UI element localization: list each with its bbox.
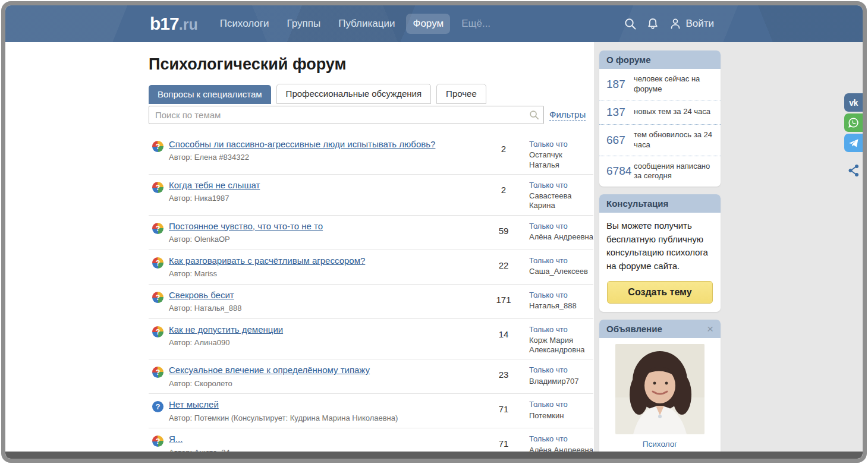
last-post-time[interactable]: Только что (529, 365, 593, 375)
last-post-user[interactable]: Потемкин (529, 411, 593, 421)
topic-title-link[interactable]: Нет мыслей (169, 399, 219, 411)
consultation-text: Вы можете получить бесплатную публичную … (599, 213, 721, 274)
topic-last-post: Только что Алёна Андреевна (529, 220, 593, 242)
topic-row: Когда тебя не слышат Автор: Ника1987 2 Т… (149, 175, 593, 216)
about-forum-stats: 187 человек сейчас на форуме 137 новых т… (599, 69, 721, 187)
last-post-time[interactable]: Только что (529, 222, 593, 231)
last-post-user[interactable]: Савастеева Карина (529, 191, 593, 211)
topic-title-link[interactable]: Как не допустить деменции (169, 324, 283, 336)
about-forum-title: О форуме (606, 55, 650, 65)
last-post-time[interactable]: Только что (529, 256, 593, 266)
page-body: Психологический форум Вопросы к специали… (5, 42, 863, 460)
topic-author: Автор: OlenkaOP (169, 235, 479, 244)
forum-tab[interactable]: Прочее (436, 84, 486, 104)
whatsapp-icon[interactable] (844, 113, 863, 132)
topic-last-post: Только что Наталья_888 (529, 289, 593, 311)
last-post-time[interactable]: Только что (529, 291, 593, 300)
last-post-user[interactable]: Остапчук Наталья (529, 150, 593, 170)
topic-last-post: Только что Саша_Алексеев (529, 255, 593, 277)
forum-main-column: Психологический форум Вопросы к специали… (149, 42, 593, 463)
forum-stat-row: 187 человек сейчас на форуме (599, 69, 721, 100)
topic-row: Как разговаривать с расчётливым агрессор… (149, 250, 593, 285)
main-nav: Психологи Группы Публикации Форум Ещё... (213, 14, 497, 34)
last-post-user[interactable]: Наталья_888 (529, 301, 593, 311)
topic-last-post: Только что Савастеева Карина (529, 179, 593, 211)
question-circle-icon (152, 141, 163, 152)
topic-replies-count: 22 (486, 255, 521, 270)
page-title: Психологический форум (149, 55, 593, 74)
vk-icon[interactable]: vk (844, 93, 863, 112)
close-icon[interactable]: × (707, 325, 713, 333)
forum-tabs: Вопросы к специалистам Профессиональные … (149, 84, 593, 104)
forum-tab[interactable]: Вопросы к специалистам (149, 85, 271, 104)
topic-main-cell: Нет мыслей Автор: Потемкин (Консультируе… (169, 399, 486, 422)
topic-main-cell: Сексуальное влечение к определённому тип… (169, 364, 486, 387)
topic-title-link[interactable]: Свекровь бесит (169, 289, 234, 301)
filters-link[interactable]: Фильтры (549, 109, 586, 121)
forum-tab[interactable]: Профессиональные обсуждения (276, 84, 432, 104)
topic-row: Нет мыслей Автор: Потемкин (Консультируе… (149, 394, 593, 428)
notifications-bell-icon[interactable] (646, 17, 659, 30)
topic-title-link[interactable]: Когда тебя не слышат (169, 179, 260, 191)
last-post-time[interactable]: Только что (529, 325, 593, 334)
last-post-user[interactable]: Владимир707 (529, 377, 593, 386)
topic-main-cell: Когда тебя не слышат Автор: Ника1987 (169, 179, 486, 203)
topic-replies-count: 59 (486, 220, 521, 236)
topic-title-link[interactable]: Сексуальное влечение к определённому тип… (169, 364, 370, 376)
topic-author: Автор: Mariss (169, 269, 479, 278)
last-post-time[interactable]: Только что (529, 434, 593, 444)
topic-search-input[interactable] (149, 106, 544, 124)
topic-author: Автор: Ника1987 (169, 194, 479, 203)
topic-main-cell: Как не допустить деменции Автор: Алина09… (169, 324, 486, 347)
topic-icon-cell (149, 364, 169, 378)
topic-icon-cell (149, 255, 169, 269)
last-post-time[interactable]: Только что (529, 400, 593, 409)
topic-icon-cell (149, 324, 169, 337)
nav-item[interactable]: Ещё... (455, 14, 497, 34)
last-post-time[interactable]: Только что (529, 140, 593, 149)
question-circle-icon (152, 292, 163, 303)
topic-row: Как не допустить деменции Автор: Алина09… (149, 319, 593, 360)
question-circle-icon (152, 223, 163, 234)
topic-row: Сексуальное влечение к определённому тип… (149, 359, 593, 394)
topic-main-cell: Способны ли пассивно-агрессивные люди ис… (169, 138, 486, 162)
social-share-rail: vk (844, 93, 863, 181)
create-topic-button[interactable]: Создать тему (607, 281, 713, 304)
topic-title-link[interactable]: Постоянное чувство, что что-то не то (169, 220, 323, 232)
last-post-time[interactable]: Только что (529, 181, 593, 190)
vk-label: vk (849, 98, 858, 108)
stat-label: сообщения написано за сегодня (634, 162, 713, 182)
search-icon[interactable] (624, 17, 637, 30)
question-circle-icon (152, 367, 163, 378)
last-post-user[interactable]: Корж Мария Александровна (529, 336, 593, 355)
nav-item[interactable]: Психологи (213, 14, 276, 34)
stat-value: 187 (606, 78, 634, 91)
nav-item[interactable]: Группы (281, 14, 328, 34)
telegram-icon[interactable] (844, 134, 863, 152)
psychologist-photo[interactable] (615, 344, 705, 434)
share-icon[interactable] (844, 161, 863, 179)
consultation-header: Консультация (599, 194, 721, 213)
topic-icon-cell (149, 399, 169, 412)
right-sidebar: О форуме 187 человек сейчас на форуме 13… (599, 50, 721, 463)
last-post-user[interactable]: Саша_Алексеев (529, 267, 593, 276)
last-post-user[interactable]: Алёна Андреевна (529, 232, 593, 242)
consultation-card: Консультация Вы можете получить бесплатн… (599, 194, 721, 312)
user-icon (669, 17, 682, 30)
login-button[interactable]: Войти (669, 17, 714, 30)
topic-replies-count: 71 (486, 399, 521, 414)
search-submit-icon[interactable] (529, 110, 539, 120)
topic-title-link[interactable]: Я... (169, 433, 183, 445)
site-logo[interactable]: b17.ru (150, 14, 198, 34)
about-forum-header: О форуме (599, 50, 721, 69)
topic-author: Автор: Алина090 (169, 338, 479, 347)
logo-suffix: .ru (179, 16, 198, 33)
nav-item[interactable]: Форум (406, 14, 450, 34)
stat-label: новых тем за 24 часа (634, 107, 710, 117)
question-circle-icon (152, 257, 163, 269)
topic-title-link[interactable]: Способны ли пассивно-агрессивные люди ис… (169, 138, 435, 150)
topic-title-link[interactable]: Как разговаривать с расчётливым агрессор… (169, 255, 365, 267)
topic-replies-count: 2 (486, 138, 521, 154)
nav-item[interactable]: Публикации (332, 14, 401, 34)
announcement-card: Объявление × (599, 320, 721, 463)
